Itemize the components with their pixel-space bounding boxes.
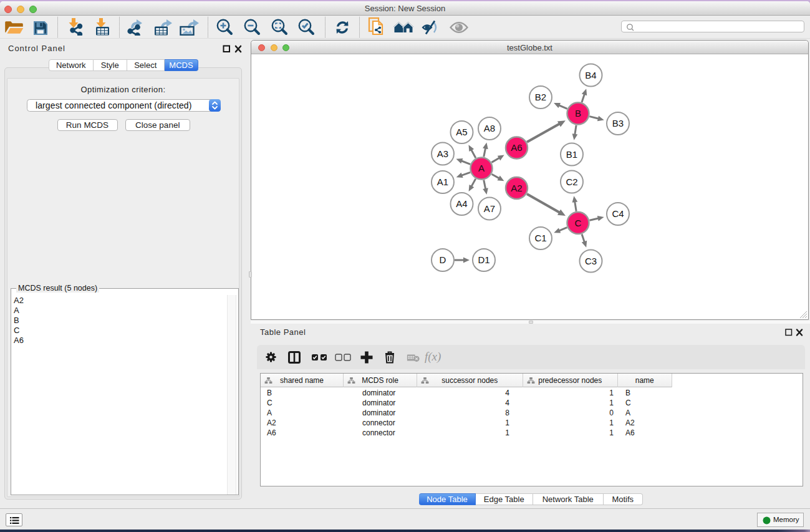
- svg-text:A2: A2: [511, 183, 522, 193]
- svg-text:C2: C2: [566, 177, 577, 187]
- svg-text:A6: A6: [511, 142, 522, 153]
- svg-text:A3: A3: [437, 148, 448, 159]
- svg-text:A8: A8: [484, 123, 495, 133]
- svg-text:C4: C4: [612, 208, 624, 219]
- svg-text:C1: C1: [534, 233, 546, 243]
- svg-text:A5: A5: [456, 127, 467, 137]
- svg-text:A: A: [478, 163, 485, 173]
- svg-text:B: B: [575, 108, 581, 118]
- svg-text:D1: D1: [478, 254, 489, 265]
- svg-text:A4: A4: [456, 198, 467, 209]
- svg-text:B2: B2: [535, 92, 546, 102]
- svg-text:B3: B3: [612, 118, 624, 128]
- svg-text:D: D: [440, 254, 446, 265]
- svg-text:C3: C3: [585, 256, 597, 266]
- svg-text:A7: A7: [484, 203, 495, 214]
- svg-text:B4: B4: [585, 70, 596, 80]
- svg-text:B1: B1: [566, 149, 577, 160]
- svg-text:C: C: [575, 218, 582, 228]
- svg-text:A1: A1: [437, 177, 448, 187]
